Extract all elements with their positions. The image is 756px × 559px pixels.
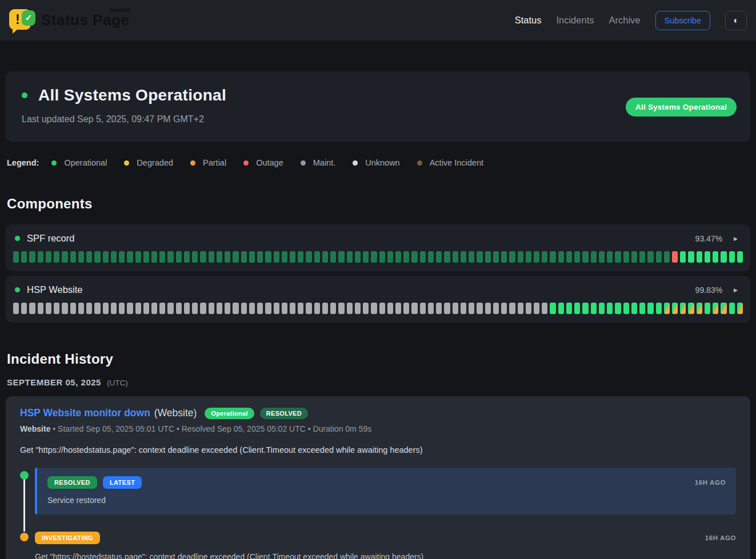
uptime-bar <box>94 303 100 314</box>
uptime-bar <box>290 303 295 314</box>
uptime-bar <box>461 251 466 263</box>
uptime-bar <box>509 251 515 263</box>
uptime-bar <box>119 251 125 263</box>
uptime-bar <box>94 251 100 263</box>
uptime-bar-chart[interactable] <box>13 303 743 314</box>
uptime-bar <box>13 303 19 314</box>
subscribe-button[interactable]: Subscribe <box>655 11 710 30</box>
nav-incidents[interactable]: Incidents <box>556 15 594 26</box>
uptime-bar <box>233 251 238 263</box>
uptime-bar <box>192 251 198 263</box>
uptime-bar <box>86 251 92 263</box>
uptime-bar <box>647 303 653 314</box>
uptime-bar <box>639 251 645 263</box>
uptime-bar <box>363 303 369 314</box>
incident-title-link[interactable]: HSP Website monitor down <box>20 407 150 419</box>
uptime-bar <box>493 251 499 263</box>
timeline-connector-line <box>23 477 25 532</box>
uptime-bar <box>721 251 726 263</box>
brand-superscript: hosted <box>110 6 130 13</box>
uptime-bar <box>534 303 539 314</box>
uptime-bar <box>135 251 141 263</box>
uptime-bar <box>591 251 597 263</box>
degraded-dot <box>124 160 129 166</box>
last-updated-text: Last updated Sep 5, 2025, 09:47 PM GMT+2 <box>22 114 734 124</box>
uptime-bar <box>387 251 393 263</box>
uptime-bar <box>558 303 564 314</box>
uptime-bar <box>697 251 702 263</box>
uptime-bar <box>623 303 629 314</box>
uptime-bar <box>631 251 637 263</box>
uptime-bar <box>38 251 43 263</box>
uptime-bar <box>453 303 458 314</box>
uptime-bar <box>574 251 580 263</box>
uptime-bar <box>176 303 182 314</box>
uptime-bar <box>566 251 572 263</box>
brand-logo-icon[interactable]: ! ✓ <box>9 7 35 34</box>
uptime-bar <box>501 303 507 314</box>
uptime-bar <box>167 251 173 263</box>
nav-archive[interactable]: Archive <box>609 15 640 26</box>
uptime-bar <box>371 251 377 263</box>
uptime-bar <box>395 251 401 263</box>
component-card-spf[interactable]: SPF record 93.47% ▶ <box>6 224 750 271</box>
uptime-bar <box>200 251 206 263</box>
uptime-bar <box>444 303 450 314</box>
uptime-bar <box>274 303 279 314</box>
operational-badge: Operational <box>205 408 254 419</box>
uptime-bar <box>298 251 303 263</box>
uptime-bar <box>233 303 238 314</box>
expand-arrow-icon[interactable]: ▶ <box>734 236 738 242</box>
uptime-bar <box>542 303 547 314</box>
uptime-bar <box>526 303 531 314</box>
uptime-bar <box>403 303 409 314</box>
timeline-timestamp: 16H AGO <box>705 534 736 541</box>
uptime-bar <box>721 303 726 314</box>
uptime-bar <box>623 251 629 263</box>
uptime-bar <box>62 251 67 263</box>
component-card-hsp-website[interactable]: HSP Website 99.83% ▶ <box>6 276 750 323</box>
nav-status[interactable]: Status <box>515 15 542 26</box>
uptime-bar <box>265 251 271 263</box>
uptime-bar <box>209 251 214 263</box>
uptime-bar <box>436 303 442 314</box>
uptime-bar <box>656 303 662 314</box>
uptime-bar <box>550 251 555 263</box>
uptime-bar <box>143 303 149 314</box>
timeline-message: Get "https://hostedstatus.page": context… <box>35 552 736 559</box>
half-circle-icon: ◐ <box>733 15 739 26</box>
uptime-bar <box>371 303 377 314</box>
uptime-bar <box>265 303 271 314</box>
uptime-bar <box>713 251 718 263</box>
active-incident-dot <box>417 160 422 166</box>
uptime-bar <box>664 303 670 314</box>
header: ! ✓ Status Page hosted Status Incidents … <box>0 0 756 41</box>
uptime-bar-chart[interactable] <box>13 251 743 263</box>
uptime-bar <box>518 303 523 314</box>
uptime-bar <box>298 303 303 314</box>
expand-arrow-icon[interactable]: ▶ <box>734 287 738 293</box>
uptime-bar <box>526 251 531 263</box>
uptime-bar <box>477 251 482 263</box>
uptime-bar <box>420 251 426 263</box>
uptime-bar <box>461 303 466 314</box>
resolved-badge: RESOLVED <box>260 408 308 419</box>
uptime-bar <box>330 303 336 314</box>
uptime-bar <box>705 303 710 314</box>
uptime-bar <box>127 251 133 263</box>
uptime-bar <box>477 303 482 314</box>
uptime-bar <box>379 303 385 314</box>
uptime-bar <box>672 251 678 263</box>
uptime-bar <box>647 251 653 263</box>
uptime-bar <box>713 303 718 314</box>
uptime-bar <box>550 303 555 314</box>
uptime-bar <box>599 303 605 314</box>
uptime-bar <box>363 251 369 263</box>
theme-toggle-button[interactable]: ◐ <box>725 11 747 30</box>
uptime-bar <box>241 303 247 314</box>
uptime-bar <box>54 303 59 314</box>
uptime-bar <box>403 251 409 263</box>
timeline-entry-latest: RESOLVED LATEST 16H AGO Service restored <box>35 468 736 514</box>
uptime-bar <box>615 251 621 263</box>
timeline-dot-investigating <box>20 533 29 541</box>
